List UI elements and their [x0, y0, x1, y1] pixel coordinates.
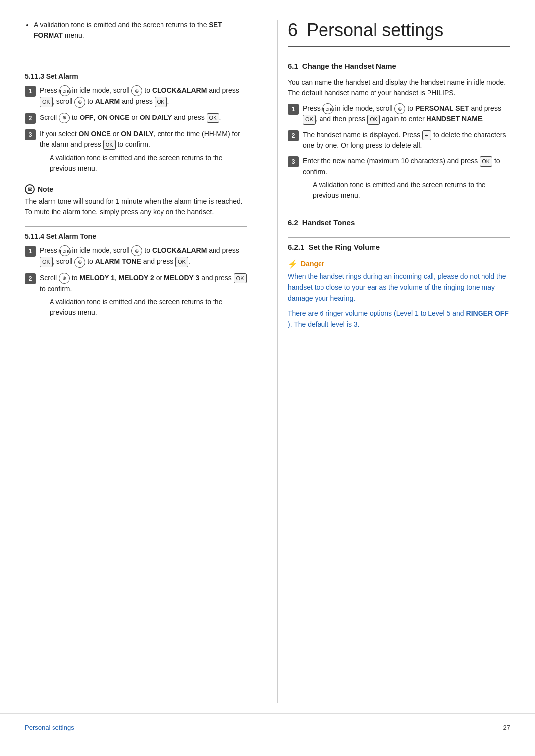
danger-box: ⚡ Danger When the handset rings during a…	[288, 259, 510, 330]
heading-621-title: Set the Ring Volume	[308, 243, 380, 251]
note-box: ✉ Note The alarm tone will sound for 1 m…	[25, 184, 247, 217]
footer-left: Personal settings	[25, 724, 74, 731]
intro-bullet-item: A validation tone is emitted and the scr…	[34, 20, 247, 41]
step-num-3: 3	[25, 129, 36, 140]
left-column: A validation tone is emitted and the scr…	[25, 20, 257, 703]
ok-btn3-61: OK	[480, 156, 492, 167]
step-content-61-1: Press menu in idle mode, scroll ⊕ to PER…	[303, 103, 510, 125]
step-content-3: If you select ON ONCE or ON DAILY, enter…	[40, 129, 247, 179]
steps-5113: 1 Press menu in idle mode, scroll ⊕ to C…	[25, 85, 247, 178]
danger-icon: ⚡	[288, 259, 298, 269]
step-content-5114-1: Press menu in idle mode, scroll ⊕ to CLO…	[40, 245, 247, 268]
sub-bullet-item-5114: A validation tone is emitted and the scr…	[50, 297, 247, 318]
danger-text1: When the handset rings during an incomin…	[288, 271, 510, 304]
step-num-1: 1	[25, 86, 36, 97]
scroll-icon-61: ⊕	[394, 103, 405, 114]
step-num-61-1: 1	[288, 104, 299, 115]
page: A validation tone is emitted and the scr…	[0, 0, 535, 756]
heading-62-num: 6.2	[288, 218, 298, 227]
steps-61: 1 Press menu in idle mode, scroll ⊕ to P…	[288, 103, 510, 206]
step-5113-2: 2 Scroll ⊕ to OFF, ON ONCE or ON DAILY a…	[25, 113, 247, 124]
step-num-5114-2: 2	[25, 273, 36, 284]
note-label: Note	[38, 185, 53, 193]
step-61-2: 2 The handset name is displayed. Press ↵…	[288, 130, 510, 151]
menu-icon-61: menu	[322, 103, 333, 114]
step-content-5114-2: Scroll ⊕ to MELODY 1, MELODY 2 or MELODY…	[40, 273, 247, 323]
sub-bullet-item-61: A validation tone is emitted and the scr…	[313, 180, 510, 201]
step-61-3: 3 Enter the new name (maximum 10 charact…	[288, 156, 510, 206]
note-icon: ✉	[25, 184, 35, 194]
ok-btn3: OK	[207, 113, 219, 123]
heading-61-num: 6.1	[288, 62, 298, 70]
ok-btn2: OK	[155, 97, 167, 107]
step-num-61-3: 3	[288, 156, 299, 167]
step-5114-1: 1 Press menu in idle mode, scroll ⊕ to C…	[25, 245, 247, 268]
ok-btn2-61: OK	[367, 115, 380, 125]
divider-5114	[25, 226, 247, 227]
step-5114-2: 2 Scroll ⊕ to MELODY 1, MELODY 2 or MELO…	[25, 273, 247, 323]
step-content-2: Scroll ⊕ to OFF, ON ONCE or ON DAILY and…	[40, 113, 247, 123]
back-btn-61: ↵	[422, 130, 431, 141]
intro-bullet: A validation tone is emitted and the scr…	[25, 20, 247, 51]
danger-bold: RINGER OFF	[466, 309, 509, 317]
ok-btn: OK	[40, 97, 53, 107]
menu-icon: menu	[59, 85, 70, 96]
menu-icon-5114: menu	[59, 245, 70, 256]
heading-5114: 5.11.4 Set Alarm Tone	[25, 233, 247, 240]
intro-suffix: menu.	[65, 31, 84, 39]
danger-text2-part3: ). The default level is 3.	[288, 320, 359, 328]
scroll-icon-5114: ⊕	[131, 245, 142, 256]
ok-btn4: OK	[103, 140, 116, 150]
scroll-icon3-5114: ⊕	[59, 273, 70, 284]
heading-62-title: Handset Tones	[302, 218, 355, 227]
danger-title: ⚡ Danger	[288, 259, 510, 269]
danger-text2-part1: There are 6 ringer volume options (Level…	[288, 309, 464, 317]
heading-621-num: 6.2.1	[288, 243, 304, 251]
step-61-1: 1 Press menu in idle mode, scroll ⊕ to P…	[288, 103, 510, 125]
scroll-icon2-5114: ⊕	[74, 257, 85, 268]
sub-bullet-61: A validation tone is emitted and the scr…	[303, 180, 510, 201]
chapter-title-text: Personal settings	[307, 20, 443, 40]
divider-5113	[25, 66, 247, 66]
intro-text: A validation tone is emitted and the scr…	[34, 21, 207, 29]
heading-5113: 5.11.3 Set Alarm	[25, 72, 247, 80]
step-content-1: Press menu in idle mode, scroll ⊕ to CLO…	[40, 85, 247, 108]
danger-text2: There are 6 ringer volume options (Level…	[288, 308, 510, 330]
sub-bullet-1: A validation tone is emitted and the scr…	[40, 153, 247, 174]
scroll-icon3: ⊕	[59, 113, 70, 123]
page-footer: Personal settings 27	[0, 713, 535, 736]
section-61-intro: You can name the handset and display the…	[288, 77, 510, 98]
scroll-icon: ⊕	[131, 85, 142, 96]
step-5113-3: 3 If you select ON ONCE or ON DAILY, ent…	[25, 129, 247, 179]
scroll-icon2: ⊕	[74, 97, 85, 108]
step-num-2: 2	[25, 113, 36, 124]
chapter-title: 6 Personal settings	[288, 20, 510, 47]
ok-btn2-5114: OK	[175, 257, 188, 267]
footer-page: 27	[503, 724, 510, 731]
step-num-5114-1: 1	[25, 246, 36, 257]
sub-bullet-item-1: A validation tone is emitted and the scr…	[50, 153, 247, 174]
step-content-61-2: The handset name is displayed. Press ↵ t…	[303, 130, 510, 151]
sub-bullet-5114: A validation tone is emitted and the scr…	[40, 297, 247, 318]
step-content-61-3: Enter the new name (maximum 10 character…	[303, 156, 510, 206]
step-5113-1: 1 Press menu in idle mode, scroll ⊕ to C…	[25, 85, 247, 108]
heading-61-title: Change the Handset Name	[302, 62, 396, 70]
main-content: A validation tone is emitted and the scr…	[0, 20, 535, 703]
ok-btn3-5114: OK	[234, 273, 247, 284]
steps-5114: 1 Press menu in idle mode, scroll ⊕ to C…	[25, 245, 247, 323]
chapter-num: 6	[288, 20, 298, 40]
divider-61	[288, 57, 510, 57]
right-column: 6 Personal settings 6.1 Change the Hands…	[277, 20, 510, 703]
divider-621	[288, 237, 510, 238]
ok-btn-61: OK	[303, 115, 316, 125]
divider-62	[288, 213, 510, 213]
step-num-61-2: 2	[288, 130, 299, 141]
ok-btn-5114: OK	[40, 257, 53, 267]
danger-label: Danger	[301, 260, 324, 268]
note-title: ✉ Note	[25, 184, 247, 194]
note-text: The alarm tone will sound for 1 minute w…	[25, 196, 247, 217]
